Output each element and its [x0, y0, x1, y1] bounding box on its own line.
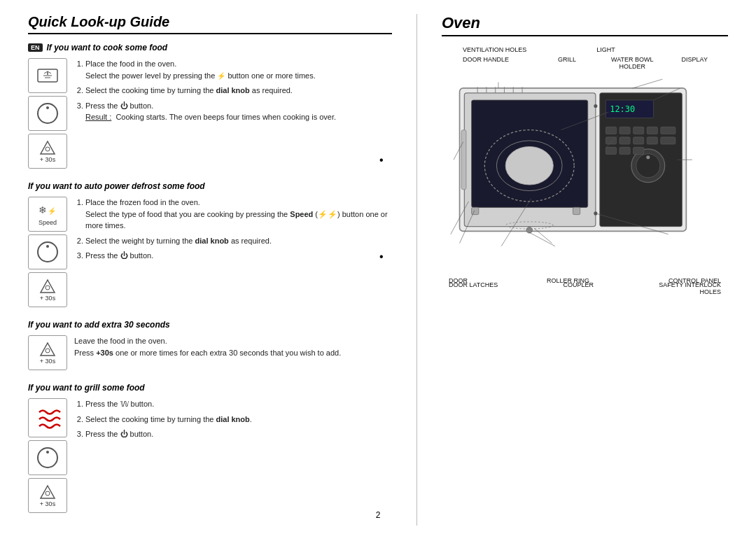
bullet-1: • — [379, 154, 384, 167]
knob-shape — [37, 103, 58, 124]
svg-rect-38 — [661, 137, 676, 144]
grill-icons-col: + 30s — [28, 398, 67, 513]
extra30-steps-row: + 30s Leave the food in the oven. Press … — [28, 335, 392, 370]
microwave-power-icon — [28, 58, 67, 93]
svg-rect-20 — [461, 130, 466, 190]
defrost-speed-icon: ❄ ⚡ Speed — [28, 197, 67, 232]
grill-label: GRILL — [558, 56, 576, 63]
plus30-label-4: + 30s — [40, 500, 55, 507]
svg-text:❄: ❄ — [38, 204, 47, 216]
svg-rect-34 — [606, 137, 616, 144]
start-button-icon-3: + 30s — [28, 478, 67, 513]
extra30-steps-text: Leave the food in the oven. Press +30s o… — [74, 335, 392, 358]
extra30-text-col: Leave the food in the oven. Press +30s o… — [74, 335, 392, 358]
svg-point-9 — [46, 286, 50, 290]
page-number: 2 — [376, 510, 381, 520]
svg-line-63 — [529, 232, 555, 246]
svg-point-13 — [46, 491, 50, 496]
svg-point-49 — [526, 227, 533, 234]
svg-point-28 — [646, 155, 650, 159]
svg-marker-12 — [41, 486, 55, 498]
svg-rect-33 — [661, 127, 676, 134]
dial-knob-icon-1 — [28, 96, 67, 131]
grill-steps-text: Press the 𝕎 button. Select the cooking t… — [74, 398, 392, 440]
right-title: Oven — [442, 14, 728, 36]
svg-rect-32 — [647, 127, 657, 134]
section-extra30: If you want to add extra 30 seconds + 30… — [28, 320, 392, 370]
svg-rect-21 — [472, 207, 479, 214]
svg-point-19 — [505, 146, 553, 185]
svg-point-50 — [594, 104, 597, 108]
svg-rect-39 — [606, 147, 616, 154]
section-extra30-title: If you want to add extra 30 seconds — [28, 320, 392, 330]
knob-shape-3 — [37, 447, 58, 468]
section-defrost-title: If you want to auto power defrost some f… — [28, 181, 392, 191]
svg-text:⚡: ⚡ — [48, 206, 57, 216]
page: Quick Look-up Guide EN If you want to co… — [0, 0, 756, 534]
svg-line-53 — [633, 79, 663, 88]
section-cook-title: EN If you want to cook some food — [28, 43, 392, 52]
right-column: Oven VENTILATION HOLES LIGHT DOOR HANDLE… — [442, 14, 728, 526]
plus30-label-2: + 30s — [40, 295, 55, 302]
plus30-label-1: + 30s — [40, 156, 55, 163]
svg-point-5 — [46, 147, 50, 151]
svg-rect-41 — [634, 147, 644, 154]
display-label: DISPLAY — [682, 56, 708, 63]
column-divider — [416, 14, 417, 526]
dial-knob-icon-3 — [28, 440, 67, 475]
dial-knob-icon-2 — [28, 234, 67, 269]
ventilation-holes-label: VENTILATION HOLES — [463, 46, 526, 53]
oven-diagram: VENTILATION HOLES LIGHT DOOR HANDLE GRIL… — [442, 46, 728, 284]
svg-text:12:30: 12:30 — [610, 104, 635, 114]
grill-steps-row: + 30s Press the 𝕎 button. Select the coo… — [28, 398, 392, 513]
svg-rect-40 — [620, 147, 630, 154]
svg-marker-4 — [41, 141, 55, 154]
light-label: LIGHT — [596, 46, 615, 53]
section-defrost: If you want to auto power defrost some f… — [28, 181, 392, 307]
plus30-label-3: + 30s — [40, 358, 55, 365]
svg-rect-35 — [620, 137, 630, 144]
section-grill: If you want to grill some food — [28, 383, 392, 513]
defrost-steps-text: Place the frozen food in the oven.Select… — [74, 197, 392, 262]
section-grill-title: If you want to grill some food — [28, 383, 392, 393]
defrost-text-col: Place the frozen food in the oven.Select… — [74, 197, 392, 265]
start-button-icon-2: + 30s — [28, 272, 67, 307]
left-column: Quick Look-up Guide EN If you want to co… — [28, 14, 392, 526]
svg-rect-30 — [620, 127, 630, 134]
svg-rect-29 — [606, 127, 616, 134]
grill-text-col: Press the 𝕎 button. Select the cooking t… — [74, 398, 392, 444]
cook-icons-col: + 30s — [28, 58, 67, 169]
extra30-icon: + 30s — [28, 335, 67, 370]
left-title: Quick Look-up Guide — [28, 14, 392, 34]
door-latches-label: DOOR LATCHES — [449, 281, 498, 295]
knob-shape-2 — [37, 241, 58, 262]
svg-rect-22 — [573, 207, 580, 214]
oven-svg: 12:30 — [442, 67, 728, 270]
svg-rect-37 — [647, 137, 657, 144]
cook-steps-row: + 30s Place the food in the oven.Select … — [28, 58, 392, 169]
safety-interlock-holes-label: SAFETY INTERLOCK HOLES — [659, 281, 721, 295]
en-badge: EN — [28, 43, 43, 52]
grill-icon-box — [28, 398, 67, 437]
door-handle-label: DOOR HANDLE — [463, 56, 509, 63]
cook-steps-text: Place the food in the oven.Select the po… — [74, 58, 392, 123]
svg-marker-10 — [41, 343, 55, 356]
svg-point-11 — [46, 349, 50, 353]
extra30-icons-col: + 30s — [28, 335, 67, 370]
defrost-icons-col: ❄ ⚡ Speed — [28, 197, 67, 307]
section-cook: EN If you want to cook some food — [28, 43, 392, 169]
cook-text-col: Place the food in the oven.Select the po… — [74, 58, 392, 127]
svg-marker-8 — [41, 280, 55, 293]
coupler-label: COUPLER — [563, 281, 594, 295]
speed-label: Speed — [38, 219, 57, 226]
svg-rect-36 — [634, 137, 644, 144]
bullet-2: • — [379, 251, 384, 263]
start-button-icon-1: + 30s — [28, 134, 67, 169]
svg-rect-31 — [634, 127, 644, 134]
defrost-steps-row: ❄ ⚡ Speed — [28, 197, 392, 307]
